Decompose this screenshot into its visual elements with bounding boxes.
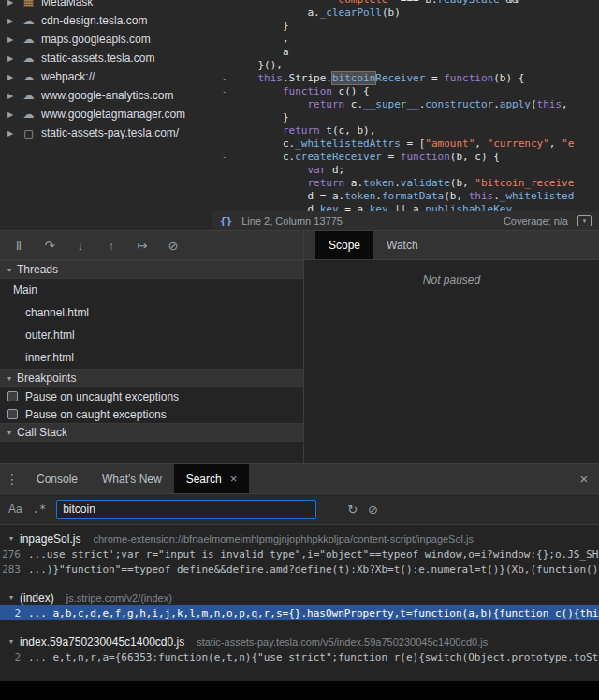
drawer-tab-console[interactable]: Console xyxy=(24,464,90,493)
file-tree-item-static-assets-tesla-com[interactable]: ▶☁static-assets.tesla.com xyxy=(0,49,212,67)
code-line[interactable]: return a.token.validate(b, "bitcoin_rece… xyxy=(216,177,599,190)
threads-section-header[interactable]: ▾ Threads xyxy=(0,260,303,279)
expand-panel-icon[interactable]: ▾ xyxy=(577,215,592,226)
code-line[interactable]: - function c() { xyxy=(216,85,599,98)
chevron-right-icon[interactable]: ▶ xyxy=(7,0,16,7)
fold-marker[interactable]: - xyxy=(216,72,233,85)
search-result-file-row[interactable]: ▾(index)js.stripe.com/v2/(index) xyxy=(0,590,599,605)
thread-item-outer-html[interactable]: outer.html xyxy=(0,324,303,346)
match-text: ... e,t,n,r,a={66353:function(e,t,n){"us… xyxy=(28,651,599,664)
match-case-toggle[interactable]: Aa xyxy=(8,503,22,516)
code-line[interactable]: return c.__super__.constructor.apply(thi… xyxy=(216,98,599,111)
breakpoints-section-header[interactable]: ▾ Breakpoints xyxy=(0,369,303,387)
debugger-sidebar: Ⅱ↷↓↑↦⊘ ▾ Threads Mainchannel.htmlouter.h… xyxy=(0,231,304,463)
fold-marker[interactable] xyxy=(216,124,233,138)
chevron-right-icon[interactable]: ▶ xyxy=(7,129,16,138)
drawer-tab-search[interactable]: Search× xyxy=(174,464,250,493)
fold-marker[interactable] xyxy=(216,111,233,124)
breakpoint-option-pause-on-uncaught-exceptions[interactable]: Pause on uncaught exceptions xyxy=(0,387,303,405)
code-line[interactable]: - this.Stripe.bitcoinReceiver = function… xyxy=(216,72,599,85)
search-result-match-row[interactable]: 283...)}"function"==typeof define&&defin… xyxy=(0,561,599,576)
step-icon[interactable]: ↦ xyxy=(135,239,150,253)
search-result-match-row[interactable]: 2... a,b,c,d,e,f,g,h,i,j,k,l,m,n,o,p,q,r… xyxy=(0,605,599,620)
code-line[interactable]: - c.createReceiver = function(b, c) { xyxy=(216,151,599,164)
search-input[interactable] xyxy=(56,500,316,519)
drawer-tab-what-s-new[interactable]: What's New xyxy=(90,464,174,493)
fold-marker[interactable] xyxy=(216,190,233,203)
step-over-icon[interactable]: ↷ xyxy=(42,239,57,253)
chevron-right-icon[interactable]: ▶ xyxy=(7,17,16,25)
regex-toggle[interactable]: .* xyxy=(33,503,46,516)
code-line[interactable]: var d; xyxy=(216,164,599,177)
code-line[interactable]: } xyxy=(216,20,599,33)
fold-marker[interactable]: - xyxy=(216,85,233,98)
code-line[interactable]: d.key = a.key || a.publishableKey, xyxy=(216,203,599,211)
file-tree-item-maps-googleapis-com[interactable]: ▶☁maps.googleapis.com xyxy=(0,30,212,49)
drawer-tab-label: Console xyxy=(37,473,78,486)
search-result-match-row[interactable]: 276...use strict';var r="input is invali… xyxy=(0,547,599,561)
thread-item-inner-html[interactable]: inner.html xyxy=(0,346,303,369)
refresh-search-icon[interactable]: ↻ xyxy=(347,503,358,517)
chevron-right-icon[interactable]: ▶ xyxy=(7,54,16,63)
code-view[interactable]: "complete" === b.readyState && a._clearP… xyxy=(212,0,599,211)
result-file-path: js.stripe.com/v2/(index) xyxy=(66,592,172,604)
code-line[interactable]: "complete" === b.readyState && xyxy=(216,0,599,7)
fold-marker[interactable]: - xyxy=(216,151,233,164)
thread-item-channel-html[interactable]: channel.html xyxy=(0,301,303,324)
code-line-text: "complete" === b.readyState && xyxy=(233,0,524,7)
breakpoints-section-title: Breakpoints xyxy=(17,372,76,385)
file-tree-label: static-assets-pay.tesla.com/ xyxy=(41,126,179,139)
deactivate-breakpoints-icon[interactable]: ⊘ xyxy=(166,239,181,253)
checkbox-icon[interactable] xyxy=(7,391,18,401)
step-out-icon[interactable]: ↑ xyxy=(104,239,119,253)
sources-navigator: ▶▦MetaMask▶☁cdn-design.tesla.com▶☁maps.g… xyxy=(0,0,212,230)
file-tree-item-static-assets-pay-tesla-com[interactable]: ▶▢static-assets-pay.tesla.com/ xyxy=(0,124,212,142)
code-line[interactable]: } xyxy=(216,111,599,124)
close-tab-icon[interactable]: × xyxy=(230,472,238,486)
clear-search-icon[interactable]: ⊘ xyxy=(368,503,378,517)
fold-marker[interactable] xyxy=(216,203,233,211)
step-into-icon[interactable]: ↓ xyxy=(73,239,88,253)
chevron-right-icon[interactable]: ▶ xyxy=(7,110,16,119)
fold-marker[interactable] xyxy=(216,177,233,190)
file-tree-item-webpack[interactable]: ▶☁webpack:// xyxy=(0,67,212,86)
code-line[interactable]: return t(c, b), xyxy=(216,124,599,138)
code-line[interactable]: , xyxy=(216,33,599,46)
file-tree-item-metamask[interactable]: ▶▦MetaMask xyxy=(0,0,212,11)
code-line[interactable]: a xyxy=(216,46,599,59)
search-result-file-row[interactable]: ▾inpageSol.jschrome-extension://bfnaelmo… xyxy=(0,531,599,547)
code-line[interactable]: }(), xyxy=(216,59,599,72)
search-result-group: ▾inpageSol.jschrome-extension://bfnaelmo… xyxy=(0,531,599,576)
thread-item-main[interactable]: Main xyxy=(0,279,303,301)
search-result-match-row[interactable]: 2... e,t,n,r,a={66353:function(e,t,n){"u… xyxy=(0,649,599,664)
fold-marker[interactable] xyxy=(216,0,233,7)
tab-watch[interactable]: Watch xyxy=(373,231,431,259)
fold-marker[interactable] xyxy=(216,7,233,20)
file-tree-item-cdn-design-tesla-com[interactable]: ▶☁cdn-design.tesla.com xyxy=(0,11,212,30)
fold-marker[interactable] xyxy=(216,98,233,111)
code-line[interactable]: a._clearPoll(b) xyxy=(216,7,599,20)
file-tree-item-www-google-analytics-com[interactable]: ▶☁www.google-analytics.com xyxy=(0,86,212,105)
pretty-print-button[interactable]: {} xyxy=(220,215,232,227)
fold-marker[interactable] xyxy=(216,20,233,33)
breakpoint-option-pause-on-caught-exceptions[interactable]: Pause on caught exceptions xyxy=(0,405,303,423)
chevron-right-icon[interactable]: ▶ xyxy=(7,73,16,81)
match-line-number: 2 xyxy=(0,607,28,620)
fold-marker[interactable] xyxy=(216,164,233,177)
fold-marker[interactable] xyxy=(216,59,233,72)
code-line[interactable]: d = a.token.formatData(b, this._whitelis… xyxy=(216,190,599,203)
code-line[interactable]: c._whitelistedAttrs = ["amount", "curren… xyxy=(216,138,599,151)
tab-scope[interactable]: Scope xyxy=(315,231,373,259)
chevron-right-icon[interactable]: ▶ xyxy=(7,36,16,44)
fold-marker[interactable] xyxy=(216,46,233,59)
checkbox-icon[interactable] xyxy=(7,409,18,419)
fold-marker[interactable] xyxy=(216,138,233,151)
close-drawer-icon[interactable]: × xyxy=(569,464,599,493)
pause-icon[interactable]: Ⅱ xyxy=(11,239,26,253)
call-stack-section-header[interactable]: ▾ Call Stack xyxy=(0,423,303,442)
fold-marker[interactable] xyxy=(216,33,233,46)
chevron-right-icon[interactable]: ▶ xyxy=(7,92,16,100)
file-tree-item-www-googletagmanager-com[interactable]: ▶☁www.googletagmanager.com xyxy=(0,105,212,124)
more-tabs-menu-icon[interactable]: ⋮ xyxy=(0,464,24,493)
search-result-file-row[interactable]: ▾index.59a750230045c1400cd0.jsstatic-ass… xyxy=(0,634,599,649)
